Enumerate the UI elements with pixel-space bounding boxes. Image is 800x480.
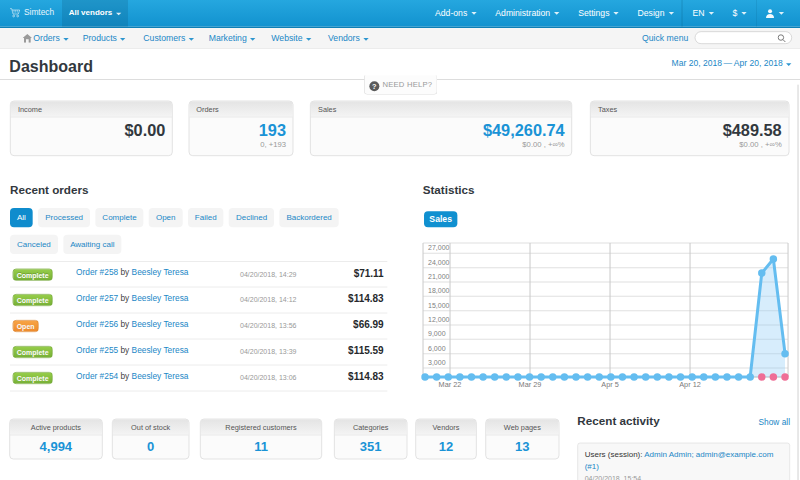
svg-text:12,000: 12,000 [428,316,450,323]
svg-text:21,000: 21,000 [428,273,450,280]
svg-text:24,000: 24,000 [428,259,450,266]
svg-text:6,000: 6,000 [428,345,446,352]
svg-text:Apr 5: Apr 5 [601,380,619,389]
svg-text:Apr 12: Apr 12 [679,380,701,389]
svg-text:15,000: 15,000 [428,302,450,309]
svg-text:18,000: 18,000 [428,287,450,294]
svg-text:Mar 22: Mar 22 [439,380,462,389]
svg-text:9,000: 9,000 [428,330,446,337]
svg-text:Mar 29: Mar 29 [519,380,542,389]
svg-text:3,000: 3,000 [428,359,446,366]
svg-text:27,000: 27,000 [428,244,450,251]
